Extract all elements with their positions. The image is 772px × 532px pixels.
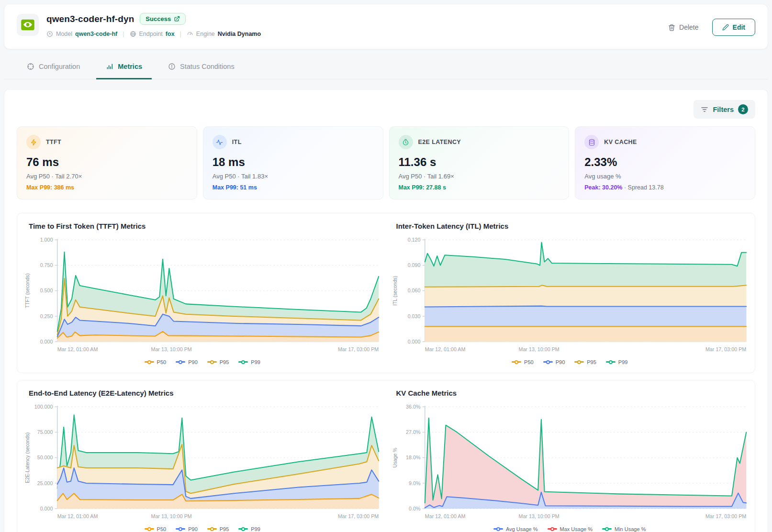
svg-text:Mar 13, 10:00 PM: Mar 13, 10:00 PM bbox=[151, 513, 191, 519]
svg-text:27.0%: 27.0% bbox=[406, 429, 421, 435]
chart-title: Inter-Token Latency (ITL) Metrics bbox=[396, 222, 751, 230]
svg-text:Mar 17, 03:00 PM: Mar 17, 03:00 PM bbox=[705, 346, 746, 352]
legend-marker-icon bbox=[145, 528, 154, 530]
legend-label: P95 bbox=[220, 359, 229, 365]
card-subtitle: Avg P50 · Tail 2.70× bbox=[26, 173, 188, 180]
ttft-legend: P50P90P95P99 bbox=[21, 359, 384, 365]
filters-button[interactable]: Filters 2 bbox=[694, 100, 755, 119]
edit-button[interactable]: Edit bbox=[712, 19, 755, 36]
tab-bar: Configuration Metrics Status Conditions bbox=[4, 55, 768, 79]
legend-marker-icon bbox=[548, 528, 557, 530]
e2e-legend-item[interactable]: P90 bbox=[176, 526, 198, 532]
tab-metrics-label: Metrics bbox=[118, 63, 142, 70]
svg-text:25.000: 25.000 bbox=[37, 480, 53, 486]
itl-plot: 0.0000.0300.0600.0900.120ITL (seconds)Ma… bbox=[389, 235, 751, 358]
legend-label: P50 bbox=[157, 526, 167, 532]
page: qwen3-coder-hf-dyn Success Model qwen3-c… bbox=[0, 0, 772, 532]
stopwatch-icon bbox=[399, 135, 413, 149]
legend-label: P90 bbox=[188, 359, 198, 365]
legend-marker-icon bbox=[512, 361, 521, 363]
status-badge[interactable]: Success bbox=[140, 13, 186, 25]
svg-text:Usage %: Usage % bbox=[392, 448, 398, 467]
kv-legend-item[interactable]: Min Usage % bbox=[602, 526, 646, 532]
card-value: 18 ms bbox=[213, 155, 374, 169]
svg-text:Mar 13, 10:00 PM: Mar 13, 10:00 PM bbox=[151, 346, 191, 352]
itl-legend-item[interactable]: P90 bbox=[543, 359, 565, 365]
trash-icon bbox=[668, 24, 675, 31]
e2e-legend-item[interactable]: P95 bbox=[207, 526, 229, 532]
model-icon bbox=[46, 31, 53, 37]
itl-legend: P50P90P95P99 bbox=[389, 359, 751, 365]
e2e-legend: P50P90P95P99 bbox=[21, 526, 384, 532]
metric-card-kv-cache: KV CACHE 2.33% Avg usage % Peak: 30.20% … bbox=[575, 126, 755, 200]
legend-marker-icon bbox=[207, 361, 217, 363]
meta-engine-value: Nvidia Dynamo bbox=[218, 31, 261, 37]
svg-text:Mar 17, 03:00 PM: Mar 17, 03:00 PM bbox=[705, 513, 746, 519]
page-title: qwen3-coder-hf-dyn bbox=[46, 14, 134, 24]
legend-marker-icon bbox=[207, 528, 217, 530]
chart-title: Time to First Token (TTFT) Metrics bbox=[29, 222, 384, 230]
svg-text:0.120: 0.120 bbox=[407, 237, 420, 243]
legend-label: P90 bbox=[556, 359, 565, 365]
ttft-legend-item[interactable]: P95 bbox=[207, 359, 229, 365]
chart-ttft: Time to First Token (TTFT) Metrics 0.000… bbox=[21, 221, 384, 369]
svg-text:E2E-Latency (seconds): E2E-Latency (seconds) bbox=[25, 432, 30, 483]
legend-label: P99 bbox=[251, 526, 260, 532]
tab-configuration-label: Configuration bbox=[39, 63, 80, 70]
kv-legend-item[interactable]: Avg Usage % bbox=[493, 526, 537, 532]
filters-button-label: Filters bbox=[713, 106, 734, 113]
tab-status-conditions[interactable]: Status Conditions bbox=[158, 55, 244, 79]
ttft-legend-item[interactable]: P99 bbox=[238, 359, 260, 365]
card-subtitle: Avg P50 · Tail 1.69× bbox=[399, 173, 560, 180]
itl-legend-item[interactable]: P99 bbox=[606, 359, 628, 365]
svg-text:0.000: 0.000 bbox=[40, 506, 53, 511]
legend-marker-icon bbox=[145, 361, 154, 363]
metrics-panel: Filters 2 TTFT 76 ms Avg P50 · Tail 2.70… bbox=[4, 89, 768, 532]
itl-legend-item[interactable]: P50 bbox=[512, 359, 534, 365]
card-value: 76 ms bbox=[26, 155, 188, 169]
edit-button-label: Edit bbox=[733, 23, 745, 31]
svg-text:0.060: 0.060 bbox=[407, 288, 420, 293]
delete-button[interactable]: Delete bbox=[665, 23, 701, 32]
legend-label: P95 bbox=[587, 359, 596, 365]
svg-text:Mar 12, 01:00 AM: Mar 12, 01:00 AM bbox=[425, 513, 465, 519]
meta-model-label: Model bbox=[56, 31, 72, 37]
legend-marker-icon bbox=[176, 528, 185, 530]
kv-plot: 0.0%9.0%18.0%27.0%36.0%Usage %Mar 12, 01… bbox=[389, 402, 751, 525]
legend-marker-icon bbox=[606, 361, 615, 363]
metric-card-ttft: TTFT 76 ms Avg P50 · Tail 2.70× Max P99:… bbox=[17, 126, 197, 200]
svg-text:0.500: 0.500 bbox=[40, 288, 53, 293]
external-link-icon bbox=[174, 16, 180, 22]
e2e-legend-item[interactable]: P50 bbox=[145, 526, 167, 532]
meta-model-value[interactable]: qwen3-code-hf bbox=[75, 31, 117, 37]
meta-separator: | bbox=[123, 31, 124, 37]
tab-configuration[interactable]: Configuration bbox=[17, 55, 90, 79]
chart-kv-cache: KV Cache Metrics 0.0%9.0%18.0%27.0%36.0%… bbox=[389, 388, 751, 532]
e2e-legend-item[interactable]: P99 bbox=[238, 526, 260, 532]
filter-icon bbox=[701, 106, 708, 113]
svg-text:TTFT (seconds): TTFT (seconds) bbox=[25, 273, 30, 308]
activity-icon bbox=[213, 135, 227, 149]
legend-marker-icon bbox=[238, 361, 248, 363]
meta-endpoint-value[interactable]: fox bbox=[166, 31, 175, 37]
svg-text:Mar 17, 03:00 PM: Mar 17, 03:00 PM bbox=[338, 513, 379, 519]
svg-text:75.000: 75.000 bbox=[37, 429, 53, 435]
alert-circle-icon bbox=[168, 63, 176, 70]
card-highlight: Peak: 30.20% bbox=[584, 184, 622, 191]
tab-metrics[interactable]: Metrics bbox=[96, 55, 152, 79]
ttft-legend-item[interactable]: P50 bbox=[145, 359, 167, 365]
card-subtitle: Avg P50 · Tail 1.83× bbox=[213, 173, 374, 180]
svg-text:Mar 17, 03:00 PM: Mar 17, 03:00 PM bbox=[338, 346, 379, 352]
kv-legend-item[interactable]: Max Usage % bbox=[548, 526, 593, 532]
legend-marker-icon bbox=[238, 528, 248, 530]
svg-text:Mar 12, 01:00 AM: Mar 12, 01:00 AM bbox=[57, 346, 98, 352]
legend-label: P50 bbox=[157, 359, 167, 365]
card-highlight: Max P99: 27.88 s bbox=[399, 184, 446, 191]
summary-cards: TTFT 76 ms Avg P50 · Tail 2.70× Max P99:… bbox=[17, 126, 755, 200]
svg-text:9.0%: 9.0% bbox=[409, 480, 421, 486]
itl-legend-item[interactable]: P95 bbox=[574, 359, 596, 365]
legend-label: P99 bbox=[251, 359, 260, 365]
meta-model: Model qwen3-code-hf bbox=[46, 31, 117, 37]
meta-engine: Engine Nvidia Dynamo bbox=[187, 31, 261, 37]
ttft-legend-item[interactable]: P90 bbox=[176, 359, 198, 365]
